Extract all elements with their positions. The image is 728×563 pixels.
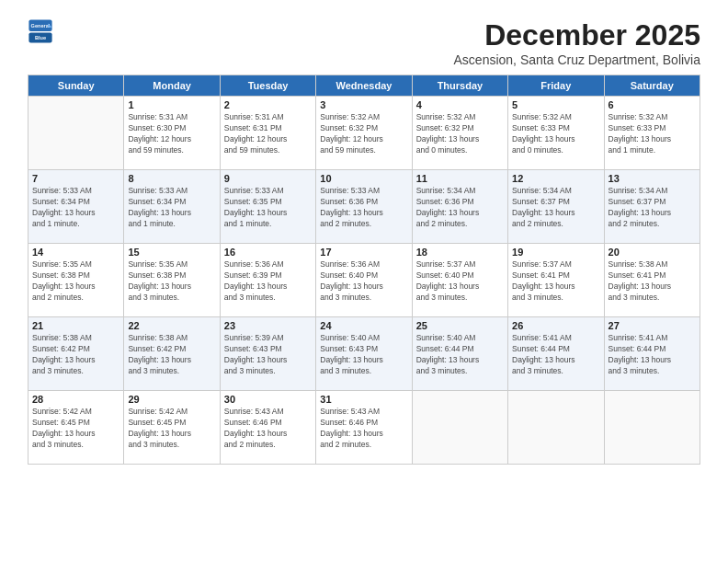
calendar-header-row: SundayMondayTuesdayWednesdayThursdayFrid… — [28, 75, 700, 97]
day-info: Sunrise: 5:34 AM Sunset: 6:37 PM Dayligh… — [512, 186, 599, 230]
calendar-cell: 9Sunrise: 5:33 AM Sunset: 6:35 PM Daylig… — [220, 170, 315, 244]
day-info: Sunrise: 5:32 AM Sunset: 6:32 PM Dayligh… — [320, 112, 407, 156]
day-info: Sunrise: 5:42 AM Sunset: 6:45 PM Dayligh… — [32, 407, 119, 451]
calendar-cell: 6Sunrise: 5:32 AM Sunset: 6:33 PM Daylig… — [604, 97, 700, 170]
day-number: 27 — [609, 320, 696, 331]
day-info: Sunrise: 5:32 AM Sunset: 6:33 PM Dayligh… — [512, 112, 599, 156]
calendar-header-wednesday: Wednesday — [316, 75, 412, 97]
day-info: Sunrise: 5:37 AM Sunset: 6:40 PM Dayligh… — [416, 259, 504, 304]
day-info: Sunrise: 5:38 AM Sunset: 6:41 PM Dayligh… — [609, 259, 696, 304]
day-number: 18 — [416, 247, 504, 258]
calendar-cell: 5Sunrise: 5:32 AM Sunset: 6:33 PM Daylig… — [508, 97, 604, 170]
day-number: 8 — [128, 173, 215, 184]
day-number: 25 — [416, 320, 504, 331]
calendar-cell: 2Sunrise: 5:31 AM Sunset: 6:31 PM Daylig… — [220, 97, 315, 170]
day-number: 20 — [609, 247, 696, 258]
day-number: 10 — [320, 173, 407, 184]
calendar-cell: 26Sunrise: 5:41 AM Sunset: 6:44 PM Dayli… — [508, 317, 604, 391]
day-info: Sunrise: 5:37 AM Sunset: 6:41 PM Dayligh… — [512, 259, 599, 304]
day-number: 30 — [224, 394, 312, 405]
day-number: 5 — [512, 99, 599, 110]
calendar-cell: 14Sunrise: 5:35 AM Sunset: 6:38 PM Dayli… — [28, 244, 124, 317]
calendar-week-row: 7Sunrise: 5:33 AM Sunset: 6:34 PM Daylig… — [28, 170, 700, 244]
day-number: 11 — [416, 173, 504, 184]
day-info: Sunrise: 5:31 AM Sunset: 6:30 PM Dayligh… — [128, 112, 215, 156]
day-number: 14 — [32, 247, 119, 258]
calendar-cell: 27Sunrise: 5:41 AM Sunset: 6:44 PM Dayli… — [604, 317, 700, 391]
calendar-cell: 15Sunrise: 5:35 AM Sunset: 6:38 PM Dayli… — [124, 244, 220, 317]
calendar-cell: 8Sunrise: 5:33 AM Sunset: 6:34 PM Daylig… — [124, 170, 220, 244]
calendar-cell: 12Sunrise: 5:34 AM Sunset: 6:37 PM Dayli… — [508, 170, 604, 244]
calendar-cell: 10Sunrise: 5:33 AM Sunset: 6:36 PM Dayli… — [316, 170, 412, 244]
day-number: 28 — [32, 394, 119, 405]
calendar-cell: 20Sunrise: 5:38 AM Sunset: 6:41 PM Dayli… — [604, 244, 700, 317]
day-info: Sunrise: 5:39 AM Sunset: 6:43 PM Dayligh… — [224, 333, 312, 377]
day-info: Sunrise: 5:33 AM Sunset: 6:34 PM Dayligh… — [32, 186, 119, 230]
calendar-header-monday: Monday — [124, 75, 220, 97]
day-info: Sunrise: 5:41 AM Sunset: 6:44 PM Dayligh… — [609, 333, 696, 377]
day-number: 24 — [320, 320, 407, 331]
calendar-cell — [28, 97, 124, 170]
page: General Blue December 2025 Ascension, Sa… — [0, 0, 728, 563]
logo-icon: General Blue — [28, 18, 53, 44]
day-info: Sunrise: 5:43 AM Sunset: 6:46 PM Dayligh… — [320, 407, 407, 451]
day-info: Sunrise: 5:36 AM Sunset: 6:39 PM Dayligh… — [224, 259, 312, 304]
day-info: Sunrise: 5:33 AM Sunset: 6:34 PM Dayligh… — [128, 186, 215, 230]
calendar-cell: 13Sunrise: 5:34 AM Sunset: 6:37 PM Dayli… — [604, 170, 700, 244]
calendar-cell: 29Sunrise: 5:42 AM Sunset: 6:45 PM Dayli… — [124, 391, 220, 465]
day-number: 22 — [128, 320, 215, 331]
calendar-cell: 3Sunrise: 5:32 AM Sunset: 6:32 PM Daylig… — [316, 97, 412, 170]
day-info: Sunrise: 5:36 AM Sunset: 6:40 PM Dayligh… — [320, 259, 407, 304]
calendar-cell: 16Sunrise: 5:36 AM Sunset: 6:39 PM Dayli… — [220, 244, 315, 317]
calendar-cell: 30Sunrise: 5:43 AM Sunset: 6:46 PM Dayli… — [220, 391, 315, 465]
calendar-table: SundayMondayTuesdayWednesdayThursdayFrid… — [28, 75, 700, 465]
day-number: 13 — [609, 173, 696, 184]
day-info: Sunrise: 5:40 AM Sunset: 6:44 PM Dayligh… — [416, 333, 504, 377]
day-info: Sunrise: 5:34 AM Sunset: 6:36 PM Dayligh… — [416, 186, 504, 230]
calendar-cell: 21Sunrise: 5:38 AM Sunset: 6:42 PM Dayli… — [28, 317, 124, 391]
day-number: 21 — [32, 320, 119, 331]
calendar-cell: 18Sunrise: 5:37 AM Sunset: 6:40 PM Dayli… — [412, 244, 507, 317]
calendar-cell: 19Sunrise: 5:37 AM Sunset: 6:41 PM Dayli… — [508, 244, 604, 317]
day-number: 12 — [512, 173, 599, 184]
day-number: 3 — [320, 99, 407, 110]
day-number: 31 — [320, 394, 407, 405]
day-number: 6 — [609, 99, 696, 110]
day-info: Sunrise: 5:33 AM Sunset: 6:35 PM Dayligh… — [224, 186, 312, 230]
day-number: 19 — [512, 247, 599, 258]
day-number: 17 — [320, 247, 407, 258]
day-info: Sunrise: 5:38 AM Sunset: 6:42 PM Dayligh… — [32, 333, 119, 377]
day-number: 15 — [128, 247, 215, 258]
calendar-week-row: 1Sunrise: 5:31 AM Sunset: 6:30 PM Daylig… — [28, 97, 700, 170]
logo: General Blue — [28, 18, 53, 44]
day-number: 29 — [128, 394, 215, 405]
calendar-cell: 25Sunrise: 5:40 AM Sunset: 6:44 PM Dayli… — [412, 317, 507, 391]
day-number: 16 — [224, 247, 312, 258]
calendar-cell — [508, 391, 604, 465]
day-number: 26 — [512, 320, 599, 331]
calendar-header-friday: Friday — [508, 75, 604, 97]
calendar-cell: 4Sunrise: 5:32 AM Sunset: 6:32 PM Daylig… — [412, 97, 507, 170]
svg-text:General: General — [31, 23, 51, 29]
day-number: 23 — [224, 320, 312, 331]
subtitle: Ascension, Santa Cruz Department, Bolivi… — [454, 52, 700, 67]
day-info: Sunrise: 5:42 AM Sunset: 6:45 PM Dayligh… — [128, 407, 215, 451]
day-number: 4 — [416, 99, 504, 110]
day-info: Sunrise: 5:34 AM Sunset: 6:37 PM Dayligh… — [609, 186, 696, 230]
calendar-cell — [604, 391, 700, 465]
calendar-cell: 1Sunrise: 5:31 AM Sunset: 6:30 PM Daylig… — [124, 97, 220, 170]
day-number: 1 — [128, 99, 215, 110]
calendar-cell: 17Sunrise: 5:36 AM Sunset: 6:40 PM Dayli… — [316, 244, 412, 317]
day-number: 9 — [224, 173, 312, 184]
day-info: Sunrise: 5:31 AM Sunset: 6:31 PM Dayligh… — [224, 112, 312, 156]
calendar-cell: 11Sunrise: 5:34 AM Sunset: 6:36 PM Dayli… — [412, 170, 507, 244]
day-info: Sunrise: 5:41 AM Sunset: 6:44 PM Dayligh… — [512, 333, 599, 377]
calendar-header-tuesday: Tuesday — [220, 75, 315, 97]
month-title: December 2025 — [454, 18, 700, 52]
calendar-cell: 7Sunrise: 5:33 AM Sunset: 6:34 PM Daylig… — [28, 170, 124, 244]
day-info: Sunrise: 5:43 AM Sunset: 6:46 PM Dayligh… — [224, 407, 312, 451]
calendar-cell: 23Sunrise: 5:39 AM Sunset: 6:43 PM Dayli… — [220, 317, 315, 391]
day-info: Sunrise: 5:38 AM Sunset: 6:42 PM Dayligh… — [128, 333, 215, 377]
day-info: Sunrise: 5:33 AM Sunset: 6:36 PM Dayligh… — [320, 186, 407, 230]
calendar-header-thursday: Thursday — [412, 75, 507, 97]
